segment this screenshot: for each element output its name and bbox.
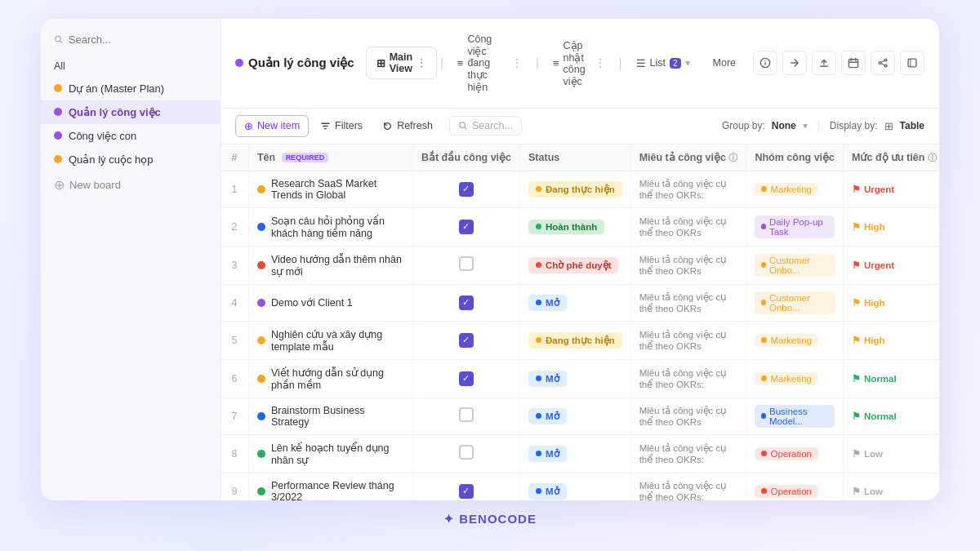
priority-flag: ⚑ [852,260,861,271]
svg-point-4 [764,60,765,61]
cell-name: Demo với Client 1 [248,284,412,321]
tasks-table: # Tên REQUIRED Bắt đầu công việc Status … [220,144,939,500]
cell-checked[interactable]: ✓ [412,359,519,398]
cell-checked[interactable] [412,398,519,434]
collapse-icon-btn[interactable] [900,51,924,75]
group-badge: Operation [755,485,818,498]
cell-name: Nghiên cứu và xây dựng template mẫu [248,321,412,359]
table-row: 7 Brainstorm Business Strategy Mở Miêu t… [220,398,939,434]
group-badge: Marketing [755,372,818,385]
table-row: 1 Research SaaS Market Trends in Global … [220,171,939,207]
cell-desc: Miêu tả công việc cụ thể theo OKRs [630,398,746,434]
table-row: 9 Performance Review tháng 3/2022 ✓ Mở M… [220,473,939,500]
cell-name: Performance Review tháng 3/2022 [248,473,412,500]
cell-num: 9 [220,473,248,500]
filters-button[interactable]: Filters [312,116,371,136]
task-dot [257,487,265,495]
search-icon [54,34,64,45]
checkbox-checked[interactable]: ✓ [459,182,474,197]
table-row: 3 Video hướng dẫn thêm nhân sự mới Chờ p… [220,246,939,284]
priority-badge: ⚑ Low [852,448,883,460]
tab-label-2: Công việc đang thực hiện [467,33,508,93]
tab-cong-viec-dang-thuc-hien[interactable]: ≡ Công việc đang thực hiện ⋮ [447,29,532,98]
share2-icon-btn[interactable] [871,51,895,75]
tab-list[interactable]: ☰ List 2 ▾ [626,52,701,74]
cell-status: Mở [520,398,631,434]
priority-badge: ⚑ High [852,221,885,233]
cell-checked[interactable] [412,246,519,284]
sidebar-item-label: Quản lý công việc [69,106,161,118]
new-board-label: New board [69,179,121,191]
cell-num: 4 [220,284,248,321]
required-badge: REQUIRED [282,153,329,162]
group-dot [761,224,765,229]
table-row: 5 Nghiên cứu và xây dựng template mẫu ✓ … [220,321,939,359]
cell-checked[interactable]: ✓ [412,473,519,500]
task-name-text: Soạn câu hỏi phỏng vấn khách hàng tiềm n… [271,215,404,239]
task-dot [257,261,265,269]
task-dot [257,375,265,383]
status-dot [536,186,541,192]
info-icon [760,57,771,69]
cell-checked[interactable]: ✓ [412,284,519,321]
status-badge: Hoàn thành [528,220,604,234]
cell-group: Daily Pop-up Task [746,207,844,246]
cell-checked[interactable]: ✓ [412,171,519,207]
share-icon [789,57,800,69]
sidebar-new-board[interactable]: ⊕ New board [41,171,220,198]
tab-more[interactable]: More [702,52,746,73]
tab-main-view[interactable]: ⊞ Main View ⋮ [366,47,437,79]
tab-cap-nhat-cong-viec[interactable]: ≡ Cập nhật công việc ⋮ [542,34,616,92]
priority-flag: ⚑ [852,486,861,497]
sidebar-item-label: Dự án (Master Plan) [69,82,164,95]
sidebar-all-label: All [41,57,220,77]
status-badge: Mở [528,446,567,462]
toolbar-search[interactable]: Search... [449,116,522,136]
share-icon-btn[interactable] [782,51,807,75]
sidebar-search-container [41,33,220,57]
cell-desc: Miêu tả công việc cụ thể theo OKRs [630,246,746,284]
checkbox-checked[interactable]: ✓ [459,371,474,386]
group-by-value: None [772,120,796,131]
checkbox-checked[interactable]: ✓ [459,295,474,310]
cell-checked[interactable] [412,434,519,473]
checkbox-checked[interactable]: ✓ [459,484,474,499]
checkbox-empty[interactable] [459,445,474,460]
task-name-text: Lên kế hoạch tuyển dụng nhân sự [271,442,404,466]
col-uu-tien-label: Mức độ ưu tiên [852,152,924,163]
checkbox-checked[interactable]: ✓ [459,333,474,348]
priority-flag: ⚑ [852,335,861,346]
sidebar-item-quan-ly-cuoc-hop[interactable]: Quản lý cuộc họp [41,148,220,171]
group-dot [761,186,767,192]
sidebar-item-du-an[interactable]: Dự án (Master Plan) [41,77,220,100]
filter-icon [320,121,331,131]
display-by-value: Table [900,120,924,131]
group-dot [761,375,767,381]
cell-desc: Miêu tả công việc cụ thể theo OKRs [630,284,746,321]
calendar-icon-btn[interactable] [841,51,866,75]
upload-icon-btn[interactable] [812,51,836,75]
cell-num: 3 [220,246,248,284]
checkbox-empty[interactable] [459,256,474,271]
search-input[interactable] [69,33,207,46]
sidebar: All Dự án (Master Plan) Quản lý công việ… [41,19,220,500]
checkbox-checked[interactable]: ✓ [459,220,474,234]
new-item-button[interactable]: ⊕ New item [235,115,309,137]
tab-more-label: More [713,57,736,69]
cell-checked[interactable]: ✓ [412,207,519,246]
sidebar-item-quan-ly-cong-viec[interactable]: Quản lý công việc [41,100,220,124]
task-name-text: Demo với Client 1 [271,296,353,309]
col-uu-tien: Mức độ ưu tiên ⓘ [844,144,939,171]
info-icon-btn[interactable] [753,51,777,75]
cell-checked[interactable]: ✓ [412,321,519,359]
checkbox-empty[interactable] [459,407,474,422]
sidebar-item-cong-viec-con[interactable]: Công việc con [41,124,220,148]
svg-rect-5 [849,60,858,68]
refresh-label: Refresh [397,120,433,131]
task-name-text: Research SaaS Market Trends in Global [271,178,404,201]
refresh-button[interactable]: Refresh [374,116,441,136]
priority-flag: ⚑ [852,297,861,309]
cell-name: Lên kế hoạch tuyển dụng nhân sự [248,434,412,473]
toolbar: ⊕ New item Filters Refresh Search... Gro… [220,109,939,144]
col-num: # [220,144,248,171]
